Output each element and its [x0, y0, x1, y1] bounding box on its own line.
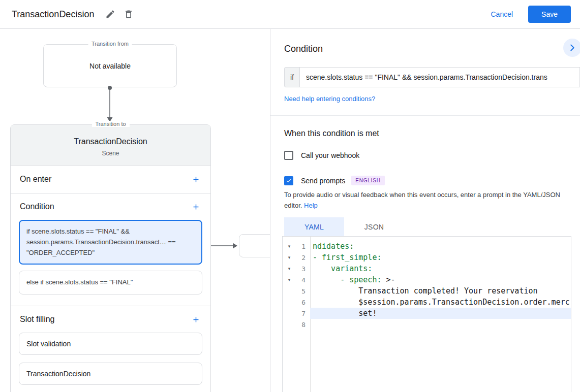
- code-text[interactable]: $session.params.TransactionDecision.orde…: [310, 297, 571, 308]
- scene-node-header[interactable]: TransactionDecision Scene: [11, 125, 210, 166]
- section-divider: [270, 115, 580, 116]
- check-icon: [286, 177, 292, 184]
- scene-node-title: TransactionDecision: [11, 137, 210, 146]
- conditions-help-link[interactable]: Need help entering conditions?: [284, 95, 375, 103]
- condition-section-label: Condition: [20, 202, 54, 211]
- editor-line-1[interactable]: ▾1ndidates:: [283, 241, 571, 252]
- add-on-enter-button[interactable]: [189, 172, 203, 187]
- help-link[interactable]: Help: [304, 202, 318, 209]
- delete-scene-button[interactable]: [119, 6, 138, 22]
- editor-line-2[interactable]: ▾2- first_simple:: [283, 252, 571, 263]
- editor-line-6[interactable]: 6 $session.params.TransactionDecision.or…: [283, 297, 571, 308]
- line-number: 3: [296, 265, 310, 273]
- line-number: 4: [296, 276, 310, 284]
- edit-title-button[interactable]: [101, 6, 119, 22]
- code-text[interactable]: - first_simple:: [310, 252, 571, 263]
- editor-lines: ▾1ndidates:▾2- first_simple:▾3 variants:…: [283, 241, 571, 330]
- add-slot-button[interactable]: [189, 312, 203, 327]
- header-right: Cancel Save: [491, 6, 571, 23]
- panel-heading: Condition: [284, 44, 323, 54]
- line-number: 8: [296, 321, 310, 329]
- page-title: TransactionDecision: [12, 9, 94, 20]
- save-button[interactable]: Save: [528, 6, 571, 23]
- scene-node-card: Transition to TransactionDecision Scene …: [10, 124, 211, 392]
- transition-from-label: Transition from: [88, 41, 132, 47]
- app-window: TransactionDecision Cancel Save Transiti…: [0, 0, 580, 392]
- fold-arrow-icon[interactable]: ▾: [283, 277, 296, 282]
- condition-card-list: if scene.slots.status == "FINAL" && sess…: [11, 220, 210, 306]
- editor-line-5[interactable]: 5 Transaction completed! Your reservatio…: [283, 285, 571, 297]
- pencil-icon: [105, 9, 115, 19]
- code-text[interactable]: [310, 319, 571, 330]
- transition-from-value: Not available: [89, 62, 131, 70]
- condition-section-header: Condition: [11, 193, 210, 220]
- line-number: 1: [296, 243, 310, 250]
- linked-scene-node[interactable]: [239, 234, 270, 257]
- webhook-checkbox[interactable]: [284, 151, 293, 160]
- tab-yaml[interactable]: YAML: [284, 217, 344, 236]
- language-badge: ENGLISH: [351, 176, 385, 185]
- code-text[interactable]: variants:: [310, 263, 571, 274]
- condition-card-2[interactable]: else if scene.slots.status == "FINAL": [19, 271, 202, 295]
- code-text[interactable]: set!: [310, 308, 571, 319]
- editor-line-4[interactable]: ▾4 - speech: >-: [283, 274, 571, 285]
- line-number: 6: [296, 299, 310, 306]
- line-number: 5: [296, 287, 310, 295]
- trash-icon: [124, 9, 134, 19]
- condition-section: Condition if scene.slots.status == "FINA…: [11, 193, 210, 306]
- tab-json[interactable]: JSON: [344, 217, 404, 236]
- editor-tabs: YAMLJSON: [284, 217, 404, 236]
- prompt-hint-body: To provide audio or visual feedback when…: [284, 191, 560, 209]
- fold-arrow-icon[interactable]: ▾: [283, 255, 296, 260]
- add-condition-button[interactable]: [189, 200, 203, 214]
- add-icon: [192, 203, 200, 211]
- code-text[interactable]: - speech: >-: [310, 274, 571, 285]
- if-chip: if: [284, 67, 299, 87]
- slot-filling-card-2[interactable]: TransactionDecision: [19, 363, 202, 385]
- send-prompts-checkbox[interactable]: [284, 176, 293, 185]
- condition-input-row: if: [284, 67, 580, 87]
- code-token: - first_simple:: [313, 253, 381, 262]
- editor-line-3[interactable]: ▾3 variants:: [283, 263, 571, 274]
- main-content: Transition from Not available Transition…: [0, 29, 580, 392]
- collapse-panel-button[interactable]: [563, 39, 580, 57]
- code-text[interactable]: ndidates:: [310, 241, 571, 252]
- prompt-hint-text: To provide audio or visual feedback when…: [284, 190, 570, 211]
- code-token: $session.params.TransactionDecision.orde…: [313, 298, 570, 307]
- slot-filling-section-header: Slot filling: [11, 306, 210, 333]
- chevron-right-icon: [567, 42, 578, 53]
- code-token: ndidates:: [313, 242, 354, 251]
- condition-card-1[interactable]: if scene.slots.status == "FINAL" && sess…: [19, 220, 202, 265]
- code-token: - speech:: [313, 275, 386, 284]
- fold-arrow-icon[interactable]: ▾: [283, 244, 296, 249]
- code-token: set!: [313, 309, 377, 318]
- transition-to-label: Transition to: [91, 121, 129, 127]
- slot-filling-card-1[interactable]: Slot validation: [19, 333, 202, 355]
- slot-filling-section: Slot filling Slot validationTransactionD…: [11, 306, 210, 392]
- transition-from-node[interactable]: Transition from Not available: [43, 44, 177, 87]
- on-enter-label: On enter: [20, 175, 51, 184]
- webhook-row: Call your webhook: [284, 151, 359, 160]
- slot-card-list: Slot validationTransactionDecision: [11, 333, 210, 392]
- when-condition-met-heading: When this condition is met: [284, 129, 379, 138]
- condition-detail-panel: Condition if Need help entering conditio…: [270, 29, 580, 392]
- yaml-editor[interactable]: ▾1ndidates:▾2- first_simple:▾3 variants:…: [282, 236, 571, 392]
- line-number: 2: [296, 254, 310, 262]
- editor-line-8[interactable]: 8: [283, 319, 571, 330]
- condition-input[interactable]: [299, 67, 580, 87]
- editor-line-7[interactable]: 7 set!: [283, 308, 571, 319]
- line-number: 7: [296, 310, 310, 317]
- code-token: >-: [386, 275, 395, 284]
- code-token: Transaction completed! Your reservation: [313, 286, 538, 296]
- send-prompts-label: Send prompts: [301, 177, 345, 185]
- scene-node-subtitle: Scene: [11, 150, 210, 157]
- add-icon: [192, 315, 200, 324]
- scene-canvas: Transition from Not available Transition…: [0, 29, 270, 392]
- header-bar: TransactionDecision Cancel Save: [0, 0, 580, 29]
- code-text[interactable]: Transaction completed! Your reservation: [310, 285, 571, 297]
- fold-arrow-icon[interactable]: ▾: [283, 266, 296, 271]
- header-left: TransactionDecision: [12, 6, 138, 22]
- webhook-label: Call your webhook: [301, 151, 359, 159]
- send-prompts-row: Send prompts ENGLISH: [284, 176, 385, 185]
- cancel-button[interactable]: Cancel: [491, 10, 513, 18]
